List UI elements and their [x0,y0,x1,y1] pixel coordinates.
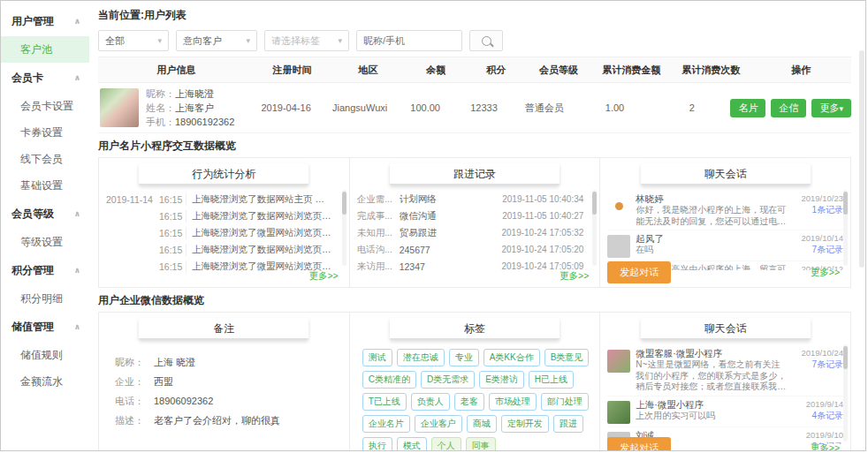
tag-chip[interactable]: 潜在忠诚 [397,349,445,366]
start-chat-button[interactable]: 发起对话 [607,437,671,451]
sidebar-group-member-card[interactable]: 会员卡 ∧ [1,63,89,93]
tag-chip[interactable]: 模式 [397,437,427,451]
sidebar-item-card-settings[interactable]: 会员卡设置 [1,93,89,119]
follow-more-link[interactable]: 更多>> [560,270,589,283]
scrollbar[interactable] [592,190,597,266]
search-button[interactable] [469,30,503,51]
page-scrollbar[interactable] [859,50,864,268]
sidebar-item-points-detail[interactable]: 积分明细 [1,285,89,312]
sidebar-item-customer-pool[interactable]: 客户池 [1,36,89,63]
chat-more-link[interactable]: 更多>> [811,442,840,452]
tag-chip[interactable]: 定制开发 [501,415,549,433]
wecom-button[interactable]: 企信 [771,99,806,117]
tag-chip-personal[interactable]: 个人 [431,437,461,451]
chat-record-link[interactable]: 7条记录 [787,244,843,255]
mini-program-section-title: 用户名片小程序交互数据概览 [98,139,851,154]
sidebar-group-label: 会员卡 [11,71,43,86]
chat-name: 上海·微盟小程序 [636,399,787,411]
col-operations: 操作 [750,64,851,77]
sidebar-item-offline-members[interactable]: 线下会员 [1,146,89,172]
tag-chip[interactable]: 专业 [449,349,479,366]
more-actions-button[interactable]: 更多▾ [811,99,851,117]
chevron-down-icon: ▾ [338,36,342,45]
filter-select-tag[interactable]: 请选择标签 ▾ [264,30,349,51]
sidebar-group-member-level[interactable]: 会员等级 ∧ [1,199,89,229]
scrollbar-thumb[interactable] [592,192,597,215]
tag-chip[interactable]: 测试 [362,349,392,366]
filter-select-all[interactable]: 全部 ▾ [98,30,169,51]
tag-chip[interactable]: 跟进 [553,415,583,433]
chat-panel-tab[interactable]: 聊天会话 [641,318,811,340]
tag-chip[interactable]: 市场处理 [489,393,537,411]
chat-item[interactable]: 林晓婷 你好，我是晓澄小程序的上海，现在可能无法及时的回复，您还可以通过电话直接… [607,191,843,230]
col-points: 积分 [467,64,526,77]
chat-date: 2019/10/23 [787,193,843,204]
chat-avatar [607,399,630,424]
col-user-info: 用户信息 [98,64,252,77]
behavior-row: 16:15 上海晓澄浏览了数据网站浏览页面1,147秒 [106,208,342,224]
register-time-value: 2019-04-16 [247,102,324,113]
scrollbar[interactable] [843,344,848,442]
user-info-cell: 昵称：上海晓澄 姓名：上海客户 手机：18906192362 [98,87,247,129]
scrollbar[interactable] [342,190,346,266]
tag-chip[interactable]: A类KK合作 [483,349,540,366]
tag-chip[interactable]: C类精准的 [362,371,416,389]
tag-chip[interactable]: E类潜访 [479,371,524,389]
filter-select-intent[interactable]: 意向客户 ▾ [176,30,257,51]
row-actions: 名片 企信 更多▾ [730,99,851,117]
follow-row: 未知用... 贸易跟进 2019-10-24 17:05:32 [357,224,593,241]
scrollbar-thumb[interactable] [342,192,346,215]
chat-record-link[interactable]: 1条记录 [787,204,843,215]
remark-panel-tab[interactable]: 备注 [139,318,308,340]
chevron-down-icon: ▾ [839,104,843,113]
chat-record-link[interactable]: 7条记录 [787,359,843,370]
chat-record-link[interactable]: 4条记录 [787,410,843,421]
remark-field: 描述： 老客户了会介绍对，聊的很真 [115,411,339,430]
scrollbar-thumb[interactable] [843,192,848,215]
sidebar-item-stored-rules[interactable]: 储值规则 [1,342,89,368]
col-balance: 余额 [405,64,468,77]
tag-chip[interactable]: 企业名片 [362,415,410,433]
mini-program-section: 行为统计分析 2019-11-14 16:15 上海晓澄浏览了数据网站主页 停留… [98,157,851,288]
tag-chip[interactable]: 老客 [454,393,484,411]
sidebar-item-amount-flow[interactable]: 金额流水 [1,368,89,395]
sidebar-group-points-management[interactable]: 积分管理 ∧ [1,255,89,285]
tag-chip[interactable]: 商城 [467,415,497,433]
search-input[interactable] [356,30,462,51]
start-chat-button[interactable]: 发起对话 [607,261,671,283]
tags-panel-tab[interactable]: 标签 [390,318,560,340]
sidebar-group-stored-value[interactable]: 储值管理 ∧ [1,312,89,342]
tags-panel: 标签 测试 潜在忠诚 专业 A类KK合作 B类意见 C类精准的 D类无需求 E类… [349,313,600,451]
chat-more-link[interactable]: 更多>> [811,267,840,279]
tag-chip[interactable]: 执行 [362,437,392,451]
tag-chip[interactable]: 负责人 [411,393,450,411]
tag-chip[interactable]: H已上线 [529,371,574,389]
main-content: 当前位置:用户列表 全部 ▾ 意向客户 ▾ 请选择标签 ▾ 用户信息 注册时间 [89,1,865,450]
chat-avatar [607,233,630,258]
tag-chip[interactable]: B类意见 [544,349,590,366]
tag-chip[interactable]: D类无需求 [421,371,475,389]
col-level: 会员等级 [526,64,591,77]
tag-chip-colleague[interactable]: 同事 [466,437,496,451]
chat-panel-tab[interactable]: 聊天会话 [641,163,811,185]
behavior-panel-tab[interactable]: 行为统计分析 [139,163,308,185]
region-value: JiangsuWuxi [324,102,395,113]
tag-chip[interactable]: 部门处理 [541,393,589,411]
card-button[interactable]: 名片 [730,99,765,117]
behavior-more-link[interactable]: 更多>> [308,270,338,283]
remark-field: 昵称： 上海 晓澄 [115,352,339,372]
tag-chip[interactable]: T已上线 [362,393,407,411]
tag-chip[interactable]: 企业客户 [415,415,462,433]
chevron-down-icon: ▾ [246,36,250,45]
chat-item[interactable]: 微盟客服·微盟小程序 N~这里是微盟网络，看您之前有关注我们的小程序，您的联系方… [607,345,843,396]
sidebar-group-user-management[interactable]: 用户管理 ∧ [1,6,89,36]
sidebar-item-basic-settings[interactable]: 基础设置 [1,172,89,199]
scrollbar-thumb[interactable] [843,346,848,369]
scrollbar[interactable] [843,190,848,266]
follow-panel-tab[interactable]: 跟进记录 [390,163,560,185]
follow-panel: 跟进记录 企业需... 计划网络 2019-11-05 10:40:34 完成事… [349,158,600,287]
chat-item[interactable]: 起风了 在吗 2019/10/14 7条记录 [607,230,843,261]
chat-item[interactable]: 上海·微盟小程序 上次用的实习可以吗 2019/9/14 4条记录 [607,396,843,427]
sidebar-item-level-settings[interactable]: 等级设置 [1,229,89,255]
sidebar-item-coupon-settings[interactable]: 卡券设置 [1,119,89,146]
